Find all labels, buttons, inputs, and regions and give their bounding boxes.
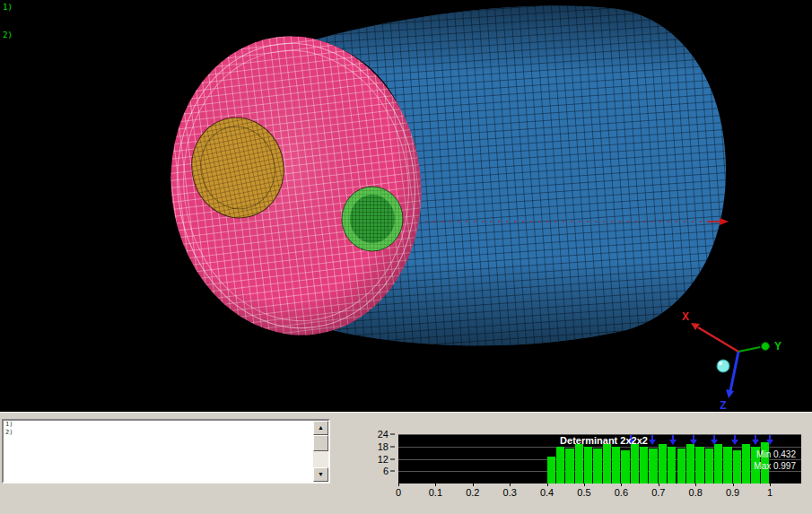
x-tick-label: 1 — [767, 487, 773, 498]
x-tick-mark — [621, 484, 622, 486]
histogram-plot[interactable]: Determinant 2x2x2 Min 0.432 Max 0.997 — [398, 434, 801, 484]
y-tick-label: 18 — [378, 441, 389, 452]
histogram-bar[interactable] — [612, 447, 620, 484]
histogram-marker-icon — [690, 435, 697, 445]
x-tick-mark — [510, 484, 511, 486]
histogram-bar[interactable] — [593, 449, 601, 484]
histogram-bar[interactable] — [565, 449, 573, 484]
histogram-marker-icon — [766, 435, 773, 445]
histogram-bar[interactable] — [686, 444, 694, 484]
x-tick-label: 0 — [396, 487, 401, 498]
histogram-bar[interactable] — [584, 447, 592, 484]
histogram-bar[interactable] — [575, 444, 583, 484]
gridline — [398, 447, 801, 448]
x-tick-label: 0.1 — [429, 487, 442, 498]
y-tick-mark — [390, 471, 395, 472]
x-tick-label: 0.9 — [726, 487, 739, 498]
histogram-x-axis: 00.10.20.30.40.50.60.70.80.91 — [398, 484, 812, 500]
x-tick-label: 0.8 — [689, 487, 703, 498]
histogram-bar[interactable] — [723, 447, 731, 484]
x-tick-mark — [398, 484, 399, 486]
histogram-bar[interactable] — [659, 444, 667, 484]
viewport-tag: 2) — [3, 30, 13, 39]
scroll-down-button[interactable]: ▼ — [313, 467, 328, 482]
x-tick-mark — [547, 484, 548, 486]
y-tick-label: 6 — [383, 466, 389, 476]
y-tick-mark — [390, 446, 395, 447]
scroll-up-button[interactable]: ▲ — [313, 421, 328, 435]
histogram-bar[interactable] — [695, 447, 703, 484]
histogram-bar[interactable] — [668, 447, 676, 484]
message-list[interactable]: 1) 2) ▲ ▼ — [2, 419, 330, 484]
z-axis-label: Z — [720, 399, 726, 412]
x-tick-mark — [770, 484, 771, 486]
x-tick-label: 0.4 — [540, 487, 554, 498]
x-tick-label: 0.7 — [651, 487, 665, 498]
histogram-bar[interactable] — [547, 457, 555, 484]
x-tick-mark — [695, 484, 696, 486]
histogram-bar[interactable] — [705, 449, 713, 484]
histogram-bar[interactable] — [631, 444, 639, 484]
z-axis-arrowhead-icon — [726, 389, 734, 398]
centerline-arrow-icon — [720, 218, 729, 225]
histogram-marker-icon — [669, 435, 677, 445]
histogram-bar[interactable] — [742, 444, 750, 484]
histogram-bar[interactable] — [733, 450, 741, 484]
x-axis-arrowhead-icon — [691, 323, 700, 330]
y-axis-ball-icon — [762, 343, 770, 351]
y-axis-label: Y — [774, 340, 781, 353]
y-axis-arrow — [738, 347, 760, 352]
histogram-bar[interactable] — [649, 449, 657, 484]
histogram-bar[interactable] — [556, 447, 564, 484]
y-tick-label: 24 — [378, 429, 389, 440]
message-line: 2) — [4, 429, 328, 437]
x-tick-mark — [733, 484, 734, 486]
message-line: 1) — [4, 421, 328, 429]
histogram-bar[interactable] — [714, 444, 722, 484]
histogram-title: Determinant 2x2x2 — [560, 435, 648, 446]
histogram-bar[interactable] — [640, 447, 648, 484]
bottom-panel: 1) 2) ▲ ▼ 2418126 Determinant 2x2x2 Min … — [0, 412, 812, 514]
histogram-bar[interactable] — [621, 450, 629, 484]
x-tick-label: 0.2 — [466, 487, 479, 498]
histogram-min-value: Min 0.432 — [756, 449, 796, 459]
x-tick-mark — [435, 484, 436, 486]
x-tick-mark — [584, 484, 585, 486]
message-scrollbar[interactable]: ▲ ▼ — [313, 421, 328, 482]
viewport-canvas[interactable]: X Y Z — [0, 0, 812, 412]
x-tick-label: 0.3 — [503, 487, 517, 498]
z-axis-arrow — [730, 352, 738, 391]
x-tick-label: 0.5 — [577, 487, 590, 498]
green-inclusion[interactable] — [342, 187, 403, 251]
x-tick-mark — [473, 484, 474, 486]
histogram-marker-icon — [731, 435, 738, 445]
histogram-bar[interactable] — [603, 444, 611, 484]
x-axis-label: X — [682, 310, 689, 323]
histogram-marker-icon — [752, 435, 759, 445]
viewport-3d[interactable]: X Y Z 1) 2) — [0, 0, 812, 412]
viewport-tag: 1) — [3, 3, 13, 12]
y-tick-label: 12 — [378, 454, 389, 465]
histogram-max-value: Max 0.997 — [754, 461, 796, 471]
y-tick-mark — [390, 458, 395, 459]
mesh-model[interactable] — [154, 6, 726, 350]
histogram-marker-icon — [711, 435, 718, 445]
application-window: { "viewport": { "tags": ["1)", "2)"], "t… — [0, 0, 812, 514]
x-tick-label: 0.6 — [615, 487, 628, 498]
axis-triad: X Y Z — [682, 310, 781, 412]
green-inclusion-grid — [350, 195, 395, 243]
histogram-marker-icon — [649, 435, 656, 445]
x-tick-mark — [659, 484, 659, 486]
x-axis-arrow — [698, 327, 738, 352]
histogram-y-axis: 2418126 — [357, 434, 395, 484]
origin-sphere-highlight — [719, 362, 722, 365]
origin-sphere-icon — [717, 360, 729, 372]
y-tick-mark — [390, 434, 395, 435]
scroll-thumb[interactable] — [313, 435, 328, 451]
histogram-bar[interactable] — [677, 449, 685, 484]
